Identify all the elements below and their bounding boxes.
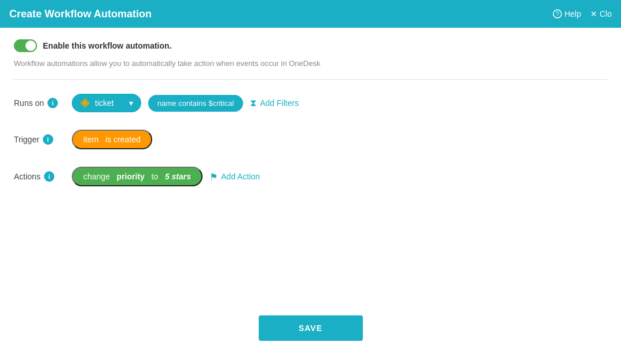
- chevron-down-icon: ▾: [129, 98, 133, 108]
- trigger-label: Trigger i: [14, 134, 72, 145]
- toggle-track: [14, 39, 37, 52]
- trigger-badge[interactable]: item is created: [72, 130, 152, 149]
- close-label: Clo: [600, 9, 612, 19]
- action-connector: to: [152, 172, 159, 181]
- add-filters-button[interactable]: ⧗ Add Filters: [250, 98, 299, 108]
- add-action-button[interactable]: ⚑ Add Action: [210, 171, 260, 182]
- action-badge[interactable]: change priority to 5 stars: [72, 167, 203, 186]
- close-button[interactable]: ✕ Clo: [590, 9, 612, 19]
- toggle-row: Enable this workflow automation.: [14, 39, 607, 52]
- ticket-type-dropdown[interactable]: ticket ▾: [72, 94, 141, 112]
- trigger-row: Trigger i item is created: [14, 130, 607, 149]
- help-icon: ?: [553, 9, 562, 19]
- flag-icon: ⚑: [210, 171, 218, 182]
- add-action-label: Add Action: [221, 172, 260, 181]
- content-area: Enable this workflow automation. Workflo…: [0, 28, 621, 215]
- save-button[interactable]: save: [259, 315, 363, 341]
- ticket-icon: [80, 98, 90, 108]
- actions-info-icon[interactable]: i: [44, 171, 54, 182]
- header: Create Workflow Automation ? Help ✕ Clo: [0, 0, 621, 28]
- actions-label: Actions i: [14, 171, 72, 182]
- trigger-controls: item is created: [72, 130, 152, 149]
- diamond-svg: [80, 98, 90, 108]
- page-title: Create Workflow Automation: [9, 8, 152, 20]
- runs-on-label: Runs on i: [14, 98, 72, 108]
- trigger-info-icon[interactable]: i: [43, 134, 53, 145]
- filter-badge[interactable]: name contains $critical: [148, 95, 243, 112]
- action-field: priority: [117, 172, 145, 181]
- trigger-action-word: is created: [105, 135, 141, 144]
- help-label: Help: [564, 9, 581, 19]
- help-button[interactable]: ? Help: [553, 9, 581, 19]
- runs-on-controls: ticket ▾ name contains $critical ⧗ Add F…: [72, 94, 299, 112]
- add-filters-label: Add Filters: [260, 98, 299, 108]
- save-container: save: [259, 315, 363, 341]
- close-icon: ✕: [590, 9, 597, 19]
- action-value: 5 stars: [165, 172, 191, 181]
- runs-on-row: Runs on i ticket ▾ name contains $critic…: [14, 94, 607, 112]
- trigger-item-word: item: [83, 135, 98, 144]
- actions-row: Actions i change priority to 5 stars ⚑ A…: [14, 167, 607, 186]
- actions-controls: change priority to 5 stars ⚑ Add Action: [72, 167, 260, 186]
- action-prefix: change: [83, 172, 110, 181]
- funnel-icon: ⧗: [250, 98, 256, 108]
- runs-on-info-icon[interactable]: i: [47, 98, 58, 108]
- ticket-type-label: ticket: [95, 98, 114, 108]
- toggle-label: Enable this workflow automation.: [43, 41, 171, 50]
- description-text: Workflow automations allow you to automa…: [14, 59, 607, 68]
- toggle-thumb: [25, 41, 36, 51]
- divider: [14, 79, 607, 80]
- header-actions: ? Help ✕ Clo: [553, 9, 612, 19]
- svg-text:?: ?: [556, 11, 559, 17]
- workflow-enable-toggle[interactable]: [14, 39, 37, 52]
